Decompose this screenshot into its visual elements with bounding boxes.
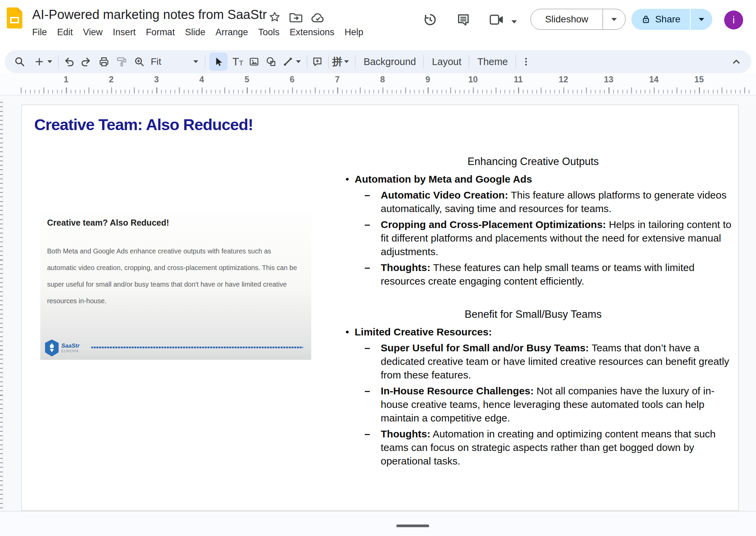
slideshow-dropdown-caret-icon[interactable] — [603, 18, 625, 21]
undo-icon[interactable] — [63, 56, 75, 68]
bullet-marker: • — [340, 325, 355, 339]
share-dropdown-caret-icon[interactable] — [691, 9, 712, 30]
avatar-initial: i — [733, 14, 735, 26]
menu-extensions[interactable]: Extensions — [285, 25, 339, 40]
new-slide-caret-icon[interactable] — [46, 56, 54, 68]
slide-text-body[interactable]: Enhancing Creative Outputs • Automation … — [340, 155, 740, 470]
print-icon[interactable] — [98, 56, 110, 68]
sub-bullet-item: – Cropping and Cross-Placement Optimizat… — [340, 218, 740, 259]
sub-bullet-text: Super Useful for Small and/or Busy Teams… — [381, 341, 740, 382]
ruler-number: 13 — [604, 75, 613, 84]
dash-marker: – — [364, 218, 381, 259]
section-heading: Benefit for Small/Busy Teams — [340, 308, 726, 321]
dash-marker: – — [364, 188, 381, 215]
slideshow-button[interactable]: Slideshow — [530, 9, 626, 30]
slide-page[interactable]: Creative Team: Also Reduced! Creative te… — [21, 105, 739, 511]
menu-view[interactable]: View — [78, 25, 108, 40]
comments-icon[interactable] — [455, 12, 471, 28]
account-avatar[interactable]: i — [724, 11, 743, 29]
dash-marker: – — [364, 261, 381, 288]
vertical-ruler[interactable] — [0, 102, 3, 510]
redo-icon[interactable] — [80, 56, 92, 68]
input-tools-caret-icon[interactable] — [343, 56, 350, 68]
saastr-logo: SaaStr EUROPA — [45, 339, 80, 356]
background-button[interactable]: Background — [357, 54, 422, 70]
embedded-image-heading: Creative team? Also Reduced! — [47, 218, 169, 228]
saastr-logo-text: SaaStr — [61, 343, 80, 349]
dash-marker: – — [364, 384, 381, 425]
toolbar-divider — [516, 55, 516, 68]
menu-help[interactable]: Help — [339, 25, 369, 40]
insert-line-icon[interactable] — [282, 56, 294, 68]
bullet-text: Automation by Meta and Google Ads — [355, 172, 532, 186]
sub-bullet-item: – Super Useful for Small and/or Busy Tea… — [340, 341, 740, 382]
theme-button[interactable]: Theme — [471, 54, 514, 70]
ruler-number: 10 — [468, 75, 478, 84]
document-title[interactable]: AI-Powered marketing notes from SaaStr — [32, 7, 267, 22]
cursor-icon — [213, 56, 224, 67]
sub-bullet-text: Thoughts: These features can help small … — [381, 261, 740, 288]
menu-slide[interactable]: Slide — [180, 25, 210, 40]
select-tool-button[interactable] — [209, 53, 228, 71]
horizontal-ruler[interactable]: 123456789101112131415 — [20, 75, 750, 94]
menu-arrange[interactable]: Arrange — [210, 25, 253, 40]
section-heading: Enhancing Creative Outputs — [340, 155, 726, 168]
toolbar-divider — [328, 55, 329, 68]
ruler-number: 7 — [335, 75, 340, 84]
menu-edit[interactable]: Edit — [52, 25, 78, 40]
menu-insert[interactable]: Insert — [108, 25, 141, 40]
insert-image-icon[interactable] — [248, 56, 260, 68]
camera-dropdown-caret-icon[interactable] — [506, 14, 522, 30]
paint-format-icon[interactable] — [115, 56, 128, 68]
cloud-saved-icon[interactable] — [311, 12, 325, 23]
sub-bullet-item: – Automatic Video Creation: This feature… — [340, 188, 740, 215]
lock-icon — [641, 14, 651, 25]
insert-comment-icon[interactable] — [311, 56, 323, 68]
slides-logo-icon[interactable] — [7, 7, 22, 28]
sub-bullet-text: Cropping and Cross-Placement Optimizatio… — [381, 218, 740, 259]
insert-shape-icon[interactable] — [265, 56, 277, 68]
menu-file[interactable]: File — [27, 25, 52, 40]
sub-bullet-text: Thoughts: Automation in creating and opt… — [381, 427, 740, 468]
sub-bullet-item: – Thoughts: These features can help smal… — [340, 261, 740, 288]
toolbar-divider — [469, 55, 469, 68]
zoom-select[interactable]: Fit — [149, 56, 200, 67]
ruler-number: 14 — [649, 75, 659, 84]
embedded-slide-image[interactable]: Creative team? Also Reduced! Both Meta a… — [40, 210, 311, 360]
input-tools-icon[interactable]: 拼 — [332, 55, 342, 69]
search-menus-icon[interactable] — [14, 56, 26, 68]
content-section-2: Benefit for Small/Busy Teams • Limited C… — [340, 308, 740, 468]
sub-bullet-text: Automatic Video Creation: This feature a… — [381, 188, 740, 215]
sub-bullet-item: – In-House Resource Challenges: Not all … — [340, 384, 740, 425]
bullet-marker: • — [340, 172, 355, 186]
toolbar-divider — [205, 55, 205, 68]
menu-tools[interactable]: Tools — [253, 25, 285, 40]
ruler-number: 2 — [109, 75, 114, 84]
notes-drag-handle[interactable] — [396, 524, 429, 527]
share-label: Share — [655, 14, 680, 25]
ruler-row: 123456789101112131415 — [0, 73, 756, 95]
star-icon[interactable] — [269, 11, 281, 23]
saastr-logo-subtext: EUROPA — [61, 349, 80, 353]
ruler-number: 5 — [245, 75, 249, 84]
textbox-tool-icon[interactable]: TT — [232, 56, 243, 68]
version-history-icon[interactable] — [422, 12, 438, 28]
more-options-icon[interactable] — [520, 56, 532, 68]
slideshow-label: Slideshow — [531, 14, 603, 25]
line-caret-icon[interactable] — [295, 56, 302, 68]
ruler-number: 1 — [64, 75, 68, 84]
move-folder-icon[interactable] — [289, 12, 303, 23]
sub-bullet-item: – Thoughts: Automation in creating and o… — [340, 427, 740, 468]
ruler-number: 6 — [290, 75, 295, 84]
layout-button[interactable]: Layout — [426, 54, 467, 70]
hide-menus-chevron-icon[interactable] — [730, 56, 742, 68]
ruler-number: 3 — [154, 75, 159, 84]
menu-format[interactable]: Format — [141, 25, 180, 40]
zoom-icon[interactable] — [133, 56, 145, 68]
bullet-item: • Limited Creative Resources: — [340, 325, 740, 339]
share-button[interactable]: Share — [631, 9, 690, 30]
toolbar-divider — [355, 55, 355, 68]
new-slide-button[interactable] — [33, 56, 45, 68]
meet-camera-icon[interactable] — [488, 12, 505, 28]
slide-title[interactable]: Creative Team: Also Reduced! — [34, 115, 253, 134]
